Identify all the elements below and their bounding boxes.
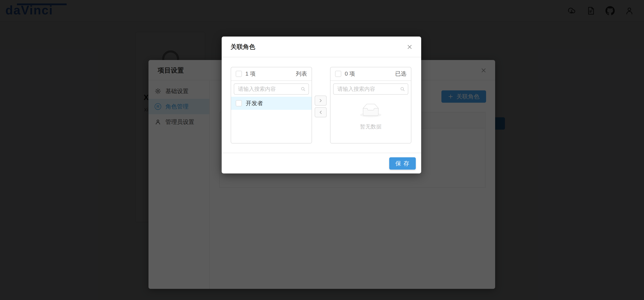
source-panel-header: 1 项 列表: [231, 67, 312, 81]
transfer-target-panel: 0 项 已选 暂无数据: [330, 67, 411, 144]
empty-state: 暂无数据: [330, 95, 411, 130]
role-modal-header: 关联角色: [222, 36, 421, 57]
target-search-input[interactable]: [333, 83, 408, 95]
close-icon[interactable]: [406, 43, 414, 51]
transfer-operations: [315, 96, 326, 119]
transfer-source-panel: 1 项 列表 开发者: [231, 67, 312, 144]
save-button[interactable]: 保 存: [389, 157, 416, 170]
move-left-button[interactable]: [315, 107, 326, 117]
chevron-left-icon: [318, 110, 323, 114]
transfer-item-developer[interactable]: 开发者: [231, 97, 312, 110]
source-select-all-checkbox[interactable]: [236, 71, 242, 77]
screen: daVinci X xi 项目设置 基础设置: [0, 0, 644, 300]
target-search: [333, 83, 408, 95]
source-panel-title: 列表: [296, 70, 307, 78]
target-count: 0 项: [345, 70, 355, 78]
chevron-right-icon: [318, 99, 323, 103]
source-search-input[interactable]: [234, 83, 309, 95]
empty-inbox-icon: [360, 104, 381, 118]
source-count: 1 项: [245, 70, 256, 78]
target-select-all-checkbox[interactable]: [335, 71, 341, 77]
target-panel-title: 已选: [395, 70, 406, 78]
role-modal-footer: 保 存: [222, 153, 421, 173]
source-search: [234, 83, 309, 95]
item-checkbox[interactable]: [236, 100, 242, 106]
move-right-button[interactable]: [315, 96, 326, 106]
associate-role-modal: 关联角色 1 项 列表 开发者: [222, 36, 421, 173]
item-label: 开发者: [246, 99, 263, 107]
role-modal-title: 关联角色: [230, 36, 255, 57]
target-panel-header: 0 项 已选: [330, 67, 411, 81]
empty-text: 暂无数据: [330, 123, 411, 130]
